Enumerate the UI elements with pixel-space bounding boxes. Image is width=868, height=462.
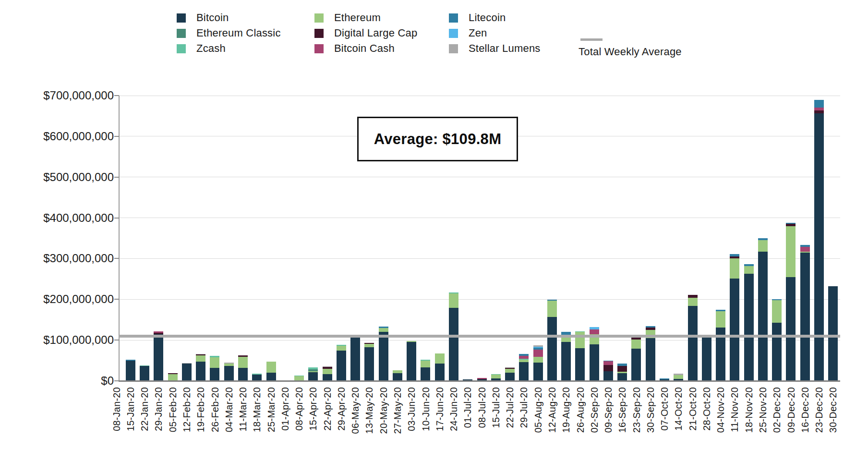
bar-slot-05-Feb-20 xyxy=(166,96,180,381)
bar-slot-14-Oct-20 xyxy=(672,96,686,381)
bar-segment-bitcoin xyxy=(814,113,824,381)
bar-slot-04-Nov-20 xyxy=(713,96,727,381)
x-tick-label: 17-Jun-20 xyxy=(434,387,445,431)
bar-15-Jan-20 xyxy=(126,360,135,381)
x-tick-label: 16-Sep-20 xyxy=(617,387,628,433)
x-tick-label: 19-Feb-20 xyxy=(195,387,206,432)
bar-segment-bitcoin xyxy=(421,367,430,381)
bar-segment-bitcoin xyxy=(182,364,192,381)
bar-segment-bitcoin xyxy=(407,342,416,381)
x-tick-label: 15-Apr-20 xyxy=(308,387,319,431)
bar-segment-bitcoin xyxy=(364,347,374,381)
x-tick-label: 08-Jan-20 xyxy=(111,387,122,431)
bar-segment-bitcoin xyxy=(435,364,445,381)
bar-slot-08-Apr-20 xyxy=(292,96,306,381)
plot-area: $0$100,000,000$200,000,000$300,000,000$4… xyxy=(0,0,868,462)
bar-13-May-20 xyxy=(364,343,374,381)
x-tick-label: 19-Aug-20 xyxy=(561,387,572,433)
bar-segment-ethereum xyxy=(547,301,557,317)
bar-21-Oct-20 xyxy=(688,295,698,381)
x-tick-label: 23-Sep-20 xyxy=(631,387,642,433)
bar-slot-25-Nov-20 xyxy=(756,96,770,381)
x-tick-label: 06-May-20 xyxy=(350,387,361,434)
bar-slot-19-Aug-20 xyxy=(559,96,573,381)
x-tick-label: 02-Dec-20 xyxy=(772,387,783,433)
x-tick-label: 07-Oct-20 xyxy=(659,387,670,431)
x-tick-label: 22-Jul-20 xyxy=(505,387,516,428)
bar-segment-ethereum xyxy=(716,311,725,328)
bar-14-Oct-20 xyxy=(674,374,683,381)
bar-slot-23-Sep-20 xyxy=(629,96,643,381)
bar-slot-09-Dec-20 xyxy=(784,96,798,381)
bar-12-Feb-20 xyxy=(182,363,192,381)
x-tick-label: 21-Oct-20 xyxy=(687,387,698,431)
bar-segment-ethereum xyxy=(631,340,641,349)
bar-segment-ethereum xyxy=(491,375,501,378)
x-tick-label: 15-Jan-20 xyxy=(125,387,136,431)
bar-segment-bitcoin xyxy=(800,253,810,381)
x-tick-label: 14-Oct-20 xyxy=(673,387,684,431)
bar-slot-02-Sep-20 xyxy=(587,96,601,381)
y-tick-label: $700,000,000 xyxy=(15,90,114,101)
bar-segment-ethereum xyxy=(168,374,178,381)
bar-slot-05-Aug-20 xyxy=(531,96,545,381)
bar-22-Jan-20 xyxy=(140,365,149,381)
bar-segment-bitcoin xyxy=(210,368,219,381)
bar-slot-09-Sep-20 xyxy=(601,96,615,381)
x-tick-label: 01-Apr-20 xyxy=(279,387,290,431)
bar-segment-ethereum xyxy=(744,266,754,274)
bar-slot-11-Nov-20 xyxy=(728,96,742,381)
bar-28-Oct-20 xyxy=(702,335,711,381)
bar-slot-30-Sep-20 xyxy=(643,96,657,381)
bar-03-Jun-20 xyxy=(407,341,416,381)
bar-segment-ethereum xyxy=(421,361,430,367)
bar-19-Aug-20 xyxy=(561,332,571,381)
x-tick-label: 05-Aug-20 xyxy=(532,387,543,433)
bar-slot-22-Apr-20 xyxy=(320,96,334,381)
x-tick-label: 25-Nov-20 xyxy=(758,387,769,433)
bar-05-Aug-20 xyxy=(533,345,543,381)
x-tick-label: 29-Apr-20 xyxy=(336,387,347,431)
bar-segment-bitcoin xyxy=(533,363,543,381)
x-tick-label: 26-Feb-20 xyxy=(209,387,220,432)
x-tick-label: 11-Mar-20 xyxy=(238,387,249,432)
bar-segment-digital-large-cap xyxy=(603,365,613,371)
bar-slot-11-Mar-20 xyxy=(236,96,250,381)
bar-segment-ethereum xyxy=(449,293,458,308)
bar-segment-bitcoin xyxy=(519,362,529,381)
bar-15-Jul-20 xyxy=(491,374,501,381)
bar-segment-bitcoin xyxy=(266,373,276,381)
bar-segment-bitcoin xyxy=(126,361,135,381)
x-axis-line xyxy=(119,380,840,382)
bar-slot-22-Jan-20 xyxy=(138,96,152,381)
bar-segment-ethereum xyxy=(674,375,683,379)
bar-segment-bitcoin-cash xyxy=(800,247,810,252)
bar-22-Jul-20 xyxy=(505,367,515,381)
total-weekly-average-line xyxy=(119,335,840,338)
bar-slot-15-Apr-20 xyxy=(306,96,320,381)
bar-29-Jan-20 xyxy=(154,331,163,381)
x-tick-label: 30-Sep-20 xyxy=(645,387,656,433)
x-tick-label: 04-Mar-20 xyxy=(223,387,234,432)
x-tick-label: 12-Aug-20 xyxy=(546,387,557,433)
x-tick-label: 28-Oct-20 xyxy=(701,387,712,431)
x-tick-label: 15-Jul-20 xyxy=(490,387,501,428)
x-tick-label: 08-Jul-20 xyxy=(476,387,487,428)
bar-17-Jun-20 xyxy=(435,353,445,381)
crypto-weekly-stacked-bar-chart: BitcoinEthereum ClassicZcash EthereumDig… xyxy=(0,0,868,462)
bar-29-Apr-20 xyxy=(337,345,346,381)
bar-segment-bitcoin xyxy=(224,366,234,381)
bar-05-Feb-20 xyxy=(168,373,178,381)
x-tick-label: 01-Jul-20 xyxy=(462,387,473,428)
bar-segment-bitcoin xyxy=(590,344,599,381)
x-tick-label: 24-Jun-20 xyxy=(448,387,459,431)
bar-segment-bitcoin xyxy=(631,349,641,381)
bar-segment-bitcoin xyxy=(337,351,346,381)
x-tick-label: 09-Sep-20 xyxy=(603,387,614,433)
bar-26-Feb-20 xyxy=(210,356,219,381)
bar-segment-litecoin xyxy=(814,100,824,108)
x-tick-label: 18-Nov-20 xyxy=(743,387,754,433)
bar-segment-ethereum xyxy=(730,258,739,279)
bar-slot-12-Aug-20 xyxy=(545,96,559,381)
bar-segment-bitcoin xyxy=(379,332,388,381)
